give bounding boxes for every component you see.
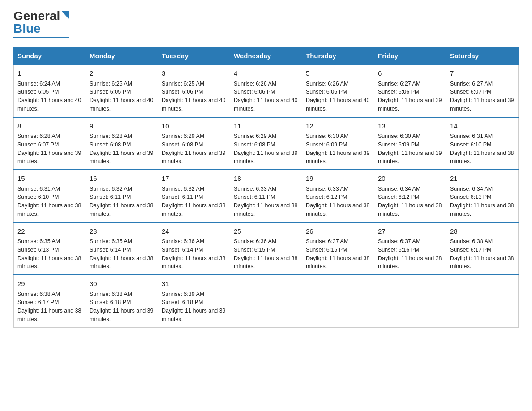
- sunrise-label: Sunrise: 6:38 AM: [450, 238, 493, 244]
- day-number: 30: [90, 279, 154, 289]
- day-number: 14: [450, 121, 515, 132]
- day-cell-29: 29Sunrise: 6:38 AMSunset: 6:17 PMDayligh…: [14, 275, 86, 327]
- day-number: 10: [162, 121, 226, 132]
- daylight-label: Daylight: 11 hours and 38 minutes.: [378, 255, 442, 270]
- sunrise-label: Sunrise: 6:29 AM: [234, 133, 276, 139]
- col-header-saturday: Saturday: [446, 47, 519, 65]
- sunrise-label: Sunrise: 6:37 AM: [378, 238, 420, 244]
- daylight-label: Daylight: 11 hours and 38 minutes.: [17, 308, 81, 322]
- day-number: 12: [306, 121, 370, 132]
- daylight-label: Daylight: 11 hours and 38 minutes.: [450, 202, 514, 217]
- day-number: 9: [90, 121, 154, 132]
- sunrise-label: Sunrise: 6:30 AM: [378, 133, 420, 139]
- day-cell-30: 30Sunrise: 6:38 AMSunset: 6:18 PMDayligh…: [86, 275, 158, 327]
- daylight-label: Daylight: 11 hours and 38 minutes.: [234, 202, 297, 217]
- sunset-label: Sunset: 6:06 PM: [162, 89, 203, 95]
- day-number: 11: [234, 121, 298, 132]
- day-number: 4: [234, 68, 298, 79]
- sunset-label: Sunset: 6:13 PM: [450, 194, 491, 200]
- sunset-label: Sunset: 6:08 PM: [90, 141, 131, 148]
- sunset-label: Sunset: 6:13 PM: [17, 247, 59, 253]
- sunset-label: Sunset: 6:06 PM: [378, 89, 419, 95]
- day-number: 19: [306, 174, 370, 184]
- daylight-label: Daylight: 11 hours and 38 minutes.: [306, 202, 369, 217]
- day-cell-15: 15Sunrise: 6:31 AMSunset: 6:10 PMDayligh…: [14, 170, 86, 223]
- daylight-label: Daylight: 11 hours and 39 minutes.: [90, 150, 153, 165]
- sunrise-label: Sunrise: 6:35 AM: [90, 238, 132, 244]
- day-cell-6: 6Sunrise: 6:27 AMSunset: 6:06 PMDaylight…: [374, 64, 446, 117]
- day-cell-21: 21Sunrise: 6:34 AMSunset: 6:13 PMDayligh…: [446, 170, 519, 223]
- day-number: 3: [162, 68, 226, 79]
- sunrise-label: Sunrise: 6:34 AM: [378, 186, 420, 192]
- sunrise-label: Sunrise: 6:36 AM: [234, 238, 276, 244]
- day-cell-26: 26Sunrise: 6:37 AMSunset: 6:15 PMDayligh…: [302, 223, 374, 275]
- day-cell-8: 8Sunrise: 6:28 AMSunset: 6:07 PMDaylight…: [14, 117, 86, 170]
- day-cell-3: 3Sunrise: 6:25 AMSunset: 6:06 PMDaylight…: [158, 64, 230, 117]
- empty-cell: [446, 275, 519, 327]
- sunrise-label: Sunrise: 6:35 AM: [17, 238, 60, 244]
- logo-underline: [13, 37, 69, 38]
- daylight-label: Daylight: 11 hours and 39 minutes.: [378, 150, 442, 165]
- sunrise-label: Sunrise: 6:27 AM: [378, 81, 420, 87]
- day-number: 8: [17, 121, 82, 132]
- day-cell-11: 11Sunrise: 6:29 AMSunset: 6:08 PMDayligh…: [230, 117, 302, 170]
- sunset-label: Sunset: 6:12 PM: [306, 194, 347, 200]
- daylight-label: Daylight: 11 hours and 39 minutes.: [90, 308, 153, 322]
- sunrise-label: Sunrise: 6:26 AM: [234, 81, 276, 87]
- sunrise-label: Sunrise: 6:24 AM: [17, 81, 60, 87]
- day-cell-28: 28Sunrise: 6:38 AMSunset: 6:17 PMDayligh…: [446, 223, 519, 275]
- daylight-label: Daylight: 11 hours and 39 minutes.: [234, 150, 297, 165]
- sunrise-label: Sunrise: 6:30 AM: [306, 133, 348, 139]
- sunrise-label: Sunrise: 6:31 AM: [17, 186, 60, 192]
- sunset-label: Sunset: 6:06 PM: [306, 89, 347, 95]
- sunset-label: Sunset: 6:11 PM: [162, 194, 203, 200]
- week-row-5: 29Sunrise: 6:38 AMSunset: 6:17 PMDayligh…: [14, 275, 519, 327]
- page-header: General Blue: [13, 9, 519, 38]
- daylight-label: Daylight: 11 hours and 38 minutes.: [234, 255, 297, 270]
- sunset-label: Sunset: 6:16 PM: [378, 247, 419, 253]
- day-cell-22: 22Sunrise: 6:35 AMSunset: 6:13 PMDayligh…: [14, 223, 86, 275]
- daylight-label: Daylight: 11 hours and 39 minutes.: [162, 150, 225, 165]
- day-cell-24: 24Sunrise: 6:36 AMSunset: 6:14 PMDayligh…: [158, 223, 230, 275]
- day-number: 24: [162, 227, 226, 237]
- empty-cell: [374, 275, 446, 327]
- sunset-label: Sunset: 6:17 PM: [17, 299, 59, 305]
- day-number: 7: [450, 68, 515, 79]
- logo-blue: Blue: [13, 21, 41, 36]
- day-number: 13: [378, 121, 442, 132]
- sunset-label: Sunset: 6:15 PM: [234, 247, 275, 253]
- day-cell-14: 14Sunrise: 6:31 AMSunset: 6:10 PMDayligh…: [446, 117, 519, 170]
- sunset-label: Sunset: 6:07 PM: [17, 141, 59, 148]
- daylight-label: Daylight: 11 hours and 38 minutes.: [17, 202, 81, 217]
- sunrise-label: Sunrise: 6:33 AM: [234, 186, 276, 192]
- daylight-label: Daylight: 11 hours and 39 minutes.: [450, 97, 514, 112]
- day-number: 28: [450, 227, 515, 237]
- sunset-label: Sunset: 6:07 PM: [450, 89, 491, 95]
- col-header-monday: Monday: [86, 47, 158, 65]
- day-cell-31: 31Sunrise: 6:39 AMSunset: 6:18 PMDayligh…: [158, 275, 230, 327]
- sunrise-label: Sunrise: 6:32 AM: [90, 186, 132, 192]
- week-row-2: 8Sunrise: 6:28 AMSunset: 6:07 PMDaylight…: [14, 117, 519, 170]
- daylight-label: Daylight: 11 hours and 40 minutes.: [306, 97, 369, 112]
- day-number: 21: [450, 174, 515, 184]
- daylight-label: Daylight: 11 hours and 38 minutes.: [378, 202, 442, 217]
- daylight-label: Daylight: 11 hours and 38 minutes.: [90, 202, 153, 217]
- svg-marker-0: [61, 11, 69, 20]
- sunset-label: Sunset: 6:14 PM: [90, 247, 131, 253]
- daylight-label: Daylight: 11 hours and 39 minutes.: [162, 308, 225, 322]
- sunset-label: Sunset: 6:17 PM: [450, 247, 491, 253]
- day-cell-19: 19Sunrise: 6:33 AMSunset: 6:12 PMDayligh…: [302, 170, 374, 223]
- week-row-4: 22Sunrise: 6:35 AMSunset: 6:13 PMDayligh…: [14, 223, 519, 275]
- day-cell-20: 20Sunrise: 6:34 AMSunset: 6:12 PMDayligh…: [374, 170, 446, 223]
- day-cell-27: 27Sunrise: 6:37 AMSunset: 6:16 PMDayligh…: [374, 223, 446, 275]
- sunset-label: Sunset: 6:09 PM: [378, 141, 419, 148]
- day-number: 18: [234, 174, 298, 184]
- sunset-label: Sunset: 6:05 PM: [17, 89, 59, 95]
- daylight-label: Daylight: 11 hours and 39 minutes.: [17, 150, 81, 165]
- day-cell-5: 5Sunrise: 6:26 AMSunset: 6:06 PMDaylight…: [302, 64, 374, 117]
- col-header-tuesday: Tuesday: [158, 47, 230, 65]
- day-cell-13: 13Sunrise: 6:30 AMSunset: 6:09 PMDayligh…: [374, 117, 446, 170]
- daylight-label: Daylight: 11 hours and 38 minutes.: [450, 255, 514, 270]
- day-number: 6: [378, 68, 442, 79]
- day-cell-10: 10Sunrise: 6:29 AMSunset: 6:08 PMDayligh…: [158, 117, 230, 170]
